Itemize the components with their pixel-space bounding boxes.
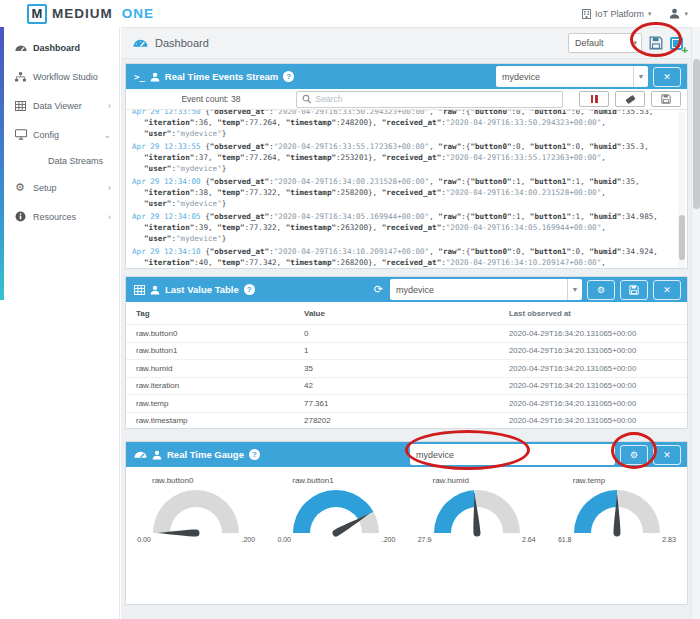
- page-scrollbar-thumb[interactable]: [693, 59, 700, 209]
- help-icon[interactable]: ?: [244, 284, 255, 295]
- sidebar-item-data-streams[interactable]: Data Streams: [0, 149, 119, 173]
- last-value-device-select[interactable]: mydevice ▼: [390, 279, 582, 300]
- user-menu[interactable]: ▾: [669, 8, 688, 19]
- events-search-box: [296, 91, 563, 108]
- sidebar-item-dashboard[interactable]: Dashboard: [0, 33, 119, 62]
- table-row[interactable]: raw.button0 0 2020-04-29T16:34:20.131065…: [126, 324, 687, 342]
- logo-m-icon: M: [27, 4, 47, 24]
- events-scrollbar-thumb[interactable]: [679, 215, 685, 260]
- chevron-icon: ›: [108, 183, 111, 193]
- events-scrollbar[interactable]: [678, 112, 685, 268]
- table-row[interactable]: raw.timestamp 278202 2020-04-29T16:34:20…: [126, 412, 687, 430]
- gauge-raw-button0: raw.button0 0.000 1.200 0.000: [126, 474, 266, 565]
- event-log-entry: Apr 29 12:33:55 {"observed_at":"2020-04-…: [132, 141, 671, 174]
- value-cell: 278202: [304, 416, 509, 425]
- gauge-label: raw.button1: [292, 476, 406, 485]
- main-content: Dashboard Default ▾ >_ Real Time Events …: [121, 27, 691, 619]
- sidebar-item-label: Workflow Studio: [33, 72, 98, 82]
- sidebar-item-label: Data Viewer: [33, 101, 82, 111]
- platform-menu-label: IoT Platform: [595, 9, 644, 19]
- events-device-select[interactable]: mydevice ▼: [496, 66, 648, 87]
- help-icon[interactable]: ?: [249, 449, 260, 460]
- last-value-close-button[interactable]: ✕: [653, 280, 681, 300]
- brand-one: ONE: [122, 6, 154, 21]
- tag-cell: raw.timestamp: [136, 416, 304, 425]
- sidebar-item-icon: [15, 211, 33, 222]
- gauge-arc: [153, 490, 239, 533]
- last-value-widget-title: Last Value Table: [165, 284, 239, 295]
- sidebar-item-label: Setup: [33, 183, 57, 193]
- platform-menu[interactable]: IoT Platform ▾: [582, 9, 651, 19]
- user-icon: [669, 8, 680, 19]
- tag-cell: raw.temp: [136, 399, 304, 408]
- chevron-icon: ›: [108, 101, 111, 111]
- last-value-device-select-value: mydevice: [390, 285, 440, 295]
- table-row[interactable]: raw.button1 1 2020-04-29T16:34:20.131065…: [126, 342, 687, 360]
- sidebar-item-setup[interactable]: ⚙ Setup ›: [0, 173, 119, 202]
- gauge-label: raw.humid: [433, 476, 547, 485]
- event-log-entry: Apr 29 12:34:10 {"observed_at":"2020-04-…: [132, 246, 671, 268]
- gear-icon: ⚙: [597, 285, 605, 295]
- sidebar-item-icon: ⚙: [15, 182, 33, 193]
- table-row[interactable]: raw.temp 77.361 2020-04-29T16:34:20.1310…: [126, 394, 687, 412]
- last-value-widget-header: Last Value Table ? ⟳ mydevice ▼ ⚙ ✕: [126, 277, 687, 302]
- last-value-settings-button[interactable]: ⚙: [587, 280, 615, 300]
- events-stream-widget: >_ Real Time Events Stream ? mydevice ▼ …: [125, 63, 688, 269]
- gauge-device-input[interactable]: [410, 444, 615, 465]
- medium-one-logo[interactable]: M MEDIUMONE: [27, 4, 154, 24]
- save-icon: [661, 94, 671, 104]
- refresh-icon[interactable]: ⟳: [374, 283, 383, 296]
- person-icon: [152, 450, 162, 460]
- tag-cell: raw.humid: [136, 364, 304, 373]
- gauge-widget-title: Real Time Gauge: [167, 449, 244, 460]
- brand-medium: MEDIUM: [52, 6, 113, 21]
- value-cell: 35: [304, 364, 509, 373]
- sidebar-item-data-viewer[interactable]: Data Viewer ›: [0, 91, 119, 120]
- table-header-row: Tag Value Last observed at: [126, 302, 687, 324]
- value-cell: 42: [304, 381, 509, 390]
- events-widget-header: >_ Real Time Events Stream ? mydevice ▼ …: [126, 64, 687, 89]
- tag-cell: raw.button1: [136, 346, 304, 355]
- help-icon[interactable]: ?: [283, 71, 294, 82]
- sidebar-item-icon: [15, 72, 33, 82]
- gauge-needle: [610, 493, 624, 539]
- gauge-settings-button[interactable]: ⚙: [620, 445, 648, 465]
- last-observed-cell: 2020-04-29T16:34:20.131065+00:00: [509, 399, 677, 408]
- events-search-input[interactable]: [315, 94, 557, 104]
- close-icon: ✕: [663, 72, 671, 82]
- person-icon: [150, 285, 160, 295]
- sidebar-item-workflow-studio[interactable]: Workflow Studio: [0, 62, 119, 91]
- table-icon: [134, 285, 145, 295]
- gauge-widget-header: Real Time Gauge ? ⚙ ✕: [126, 442, 687, 467]
- pause-stream-button[interactable]: [579, 91, 609, 107]
- events-close-button[interactable]: ✕: [653, 67, 681, 87]
- sidebar-item-label: Dashboard: [33, 43, 80, 53]
- last-value-export-button[interactable]: [620, 280, 648, 300]
- clear-stream-button[interactable]: [615, 91, 645, 107]
- table-row[interactable]: raw.iteration 42 2020-04-29T16:34:20.131…: [126, 377, 687, 395]
- table-row[interactable]: raw.humid 35 2020-04-29T16:34:20.131065+…: [126, 359, 687, 377]
- gauge-close-button[interactable]: ✕: [653, 445, 681, 465]
- event-log-entry: Apr 29 12:33:50 {"observed_at":"2020-04-…: [132, 110, 671, 139]
- events-widget-title: Real Time Events Stream: [165, 71, 278, 82]
- eraser-icon: [625, 94, 635, 103]
- add-widget-button[interactable]: [670, 37, 683, 50]
- dashboard-select[interactable]: Default ▾: [568, 33, 642, 53]
- export-stream-button[interactable]: [651, 91, 681, 107]
- gauge-needle: [467, 493, 484, 540]
- last-observed-cell: 2020-04-29T16:34:20.131065+00:00: [509, 416, 677, 425]
- page-scrollbar[interactable]: [691, 27, 700, 619]
- add-widget-icon: [670, 37, 683, 50]
- column-header-value: Value: [304, 309, 509, 318]
- column-header-tag: Tag: [136, 309, 304, 318]
- gauge-icon: [134, 450, 147, 459]
- save-dashboard-button[interactable]: [649, 36, 663, 50]
- event-time: Apr 29 12:34:10: [132, 247, 201, 256]
- close-icon: ✕: [663, 285, 671, 295]
- sidebar-item-config[interactable]: Config ⌄: [0, 120, 119, 149]
- last-observed-cell: 2020-04-29T16:34:20.131065+00:00: [509, 381, 677, 390]
- sidebar-item-resources[interactable]: Resources ›: [0, 202, 119, 231]
- event-json: {"observed_at":"2020-04-29T16:33:55.1723…: [144, 142, 649, 173]
- last-value-widget: Last Value Table ? ⟳ mydevice ▼ ⚙ ✕ Tag …: [125, 276, 688, 429]
- chevron-icon: ›: [108, 212, 111, 222]
